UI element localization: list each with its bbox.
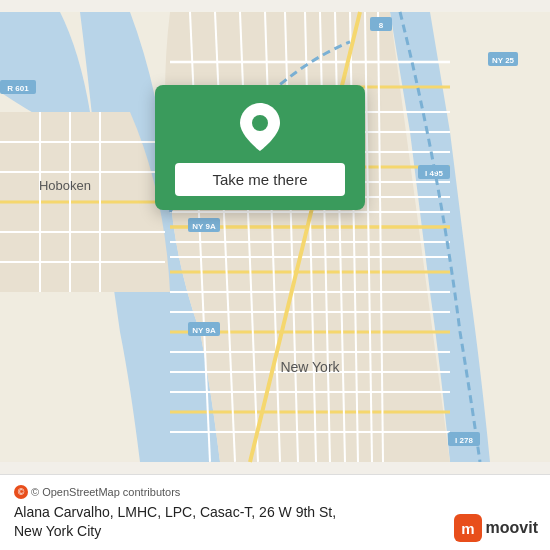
svg-text:I 278: I 278 bbox=[455, 436, 473, 445]
svg-text:R 601: R 601 bbox=[7, 84, 29, 93]
location-card: Take me there bbox=[155, 85, 365, 210]
moovit-logo: m moovit bbox=[454, 514, 538, 542]
svg-text:m: m bbox=[461, 520, 474, 537]
svg-text:New York: New York bbox=[280, 359, 340, 375]
bottom-bar: © © OpenStreetMap contributors Alana Car… bbox=[0, 474, 550, 550]
svg-point-58 bbox=[252, 115, 268, 131]
map-area: NY 9A NY 9A I 495 NY 25 8 R 601 I 278 Ho… bbox=[0, 0, 550, 474]
location-pin-icon bbox=[240, 103, 280, 151]
address-line2: New York City bbox=[14, 523, 101, 539]
svg-text:NY 9A: NY 9A bbox=[192, 222, 216, 231]
osm-circle-icon: © bbox=[14, 485, 28, 499]
take-me-there-button[interactable]: Take me there bbox=[175, 163, 345, 196]
svg-text:8: 8 bbox=[379, 21, 384, 30]
moovit-text: moovit bbox=[486, 519, 538, 537]
app-container: NY 9A NY 9A I 495 NY 25 8 R 601 I 278 Ho… bbox=[0, 0, 550, 550]
moovit-icon: m bbox=[454, 514, 482, 542]
svg-text:NY 25: NY 25 bbox=[492, 56, 515, 65]
svg-text:Hoboken: Hoboken bbox=[39, 178, 91, 193]
pin-icon-container bbox=[240, 103, 280, 155]
osm-text: © OpenStreetMap contributors bbox=[31, 486, 180, 498]
osm-attribution: © © OpenStreetMap contributors bbox=[14, 485, 536, 499]
map-svg: NY 9A NY 9A I 495 NY 25 8 R 601 I 278 Ho… bbox=[0, 0, 550, 474]
address-line1: Alana Carvalho, LMHC, LPC, Casac-T, 26 W… bbox=[14, 504, 336, 520]
svg-text:NY 9A: NY 9A bbox=[192, 326, 216, 335]
